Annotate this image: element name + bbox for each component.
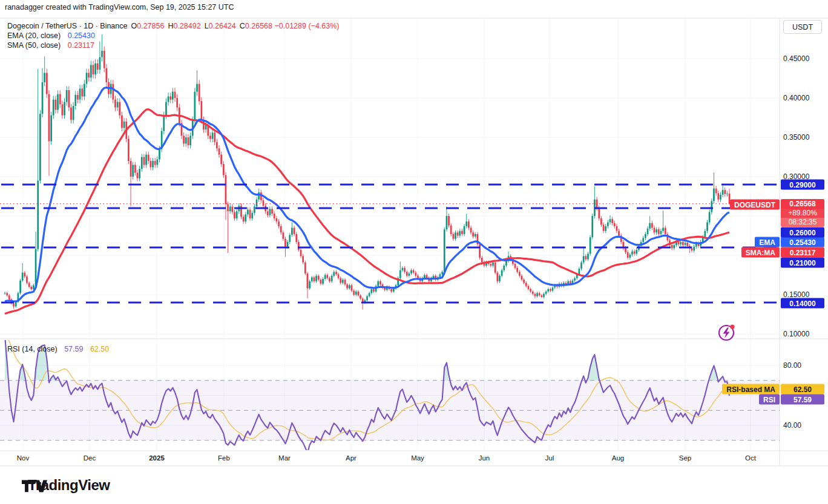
level-axis-badge: 0.14000: [781, 298, 824, 309]
rsi-ma-line-label: RSI-based MA: [722, 384, 780, 394]
rsi-overbought-fill: [5, 336, 723, 381]
chart-canvas[interactable]: [0, 0, 828, 472]
level-axis-badge: 0.21000: [781, 258, 824, 268]
ohlc-value: 0.26568: [245, 22, 272, 30]
rsi-axis-badge: 57.59: [781, 394, 824, 405]
sma-title: SMA (50, close): [7, 41, 61, 50]
price-axis-tick: 0.10000: [783, 330, 809, 338]
price-axis-tick: 0.35000: [783, 133, 809, 142]
current-price-change: +89.80%: [781, 209, 824, 218]
time-axis-label-sep[interactable]: Sep: [679, 454, 691, 462]
sma50-line: [5, 110, 729, 314]
symbol-legend-row[interactable]: Dogecoin / TetherUS · 1D · BinanceO0.278…: [7, 21, 340, 31]
rsi-axis-tick: 80.00: [783, 361, 801, 370]
current-price-axis-badge: 0.26568 +89.80% 08:32:35: [781, 199, 824, 227]
currency-axis-button[interactable]: USDT: [783, 20, 822, 34]
candles-layer: [4, 34, 731, 310]
sma-legend-row[interactable]: SMA (50, close) 0.23117: [7, 41, 340, 50]
time-axis-label-oct[interactable]: Oct: [745, 454, 756, 462]
ohlc-value: 0.26424: [209, 22, 236, 30]
ohlc-key: L: [205, 22, 209, 30]
time-axis-label-nov[interactable]: Nov: [17, 454, 29, 462]
ema20-line: [5, 88, 729, 302]
rsi-line-label: RSI: [759, 394, 780, 405]
time-axis-label-jul[interactable]: Jul: [545, 454, 554, 462]
time-axis-label-aug[interactable]: Aug: [612, 454, 624, 462]
rsi-value: 57.59: [64, 345, 83, 353]
tradingview-logo[interactable]: TradingView: [22, 477, 110, 494]
time-axis-label-apr[interactable]: Apr: [346, 454, 356, 462]
bar-countdown: 08:32:35: [781, 218, 824, 227]
time-axis-label-feb[interactable]: Feb: [218, 454, 230, 462]
ema-legend-row[interactable]: EMA (20, close) 0.25430: [7, 31, 340, 41]
rsi-axis-tick: 40.00: [783, 421, 801, 430]
price-axis-tick: 0.40000: [783, 94, 809, 102]
ohlc-key: C: [240, 22, 245, 30]
symbol-price-line-label: DOGEUSDT: [730, 200, 780, 210]
sma-line-label: SMA:MA: [741, 247, 780, 258]
rsi-ma-value: 62.50: [90, 345, 109, 353]
boost-icon[interactable]: [719, 324, 735, 340]
symbol-title: Dogecoin / TetherUS · 1D · Binance: [7, 22, 127, 30]
ohlc-value: 0.28492: [173, 22, 200, 30]
ema-value: 0.25430: [68, 31, 95, 40]
current-price-value: 0.26568: [781, 199, 824, 209]
ema-line-label: EMA: [755, 237, 780, 247]
time-axis-label-dec[interactable]: Dec: [84, 454, 96, 462]
time-axis-label-mar[interactable]: Mar: [278, 454, 291, 462]
rsi-legend-row[interactable]: RSI (14, close) 57.59 62.50: [7, 345, 109, 353]
sma-axis-badge: 0.23117: [781, 247, 824, 258]
main-legend: Dogecoin / TetherUS · 1D · BinanceO0.278…: [7, 21, 340, 50]
change-value: −0.01289 (−4.63%): [274, 22, 339, 30]
rsi-ma-axis-badge: 62.50: [781, 384, 824, 394]
ema-axis-badge: 0.25430: [781, 237, 824, 247]
sma-value: 0.23117: [68, 41, 94, 50]
level-axis-badge: 0.29000: [781, 180, 824, 190]
time-axis-label-jun[interactable]: Jun: [479, 454, 490, 462]
time-axis-label-2025[interactable]: 2025: [149, 454, 165, 462]
price-axis-tick: 0.45000: [783, 54, 809, 63]
ohlc-key: O: [131, 22, 137, 30]
ohlc-value: 0.27856: [137, 22, 164, 30]
support-resistance-lines[interactable]: [1, 185, 778, 303]
rsi-title: RSI (14, close): [7, 345, 58, 353]
tradingview-chart-page: ranadagger created with TradingView.com,…: [0, 0, 828, 504]
level-axis-badge: 0.26000: [781, 227, 824, 238]
time-axis-label-may[interactable]: May: [411, 454, 424, 462]
ema-title: EMA (20, close): [7, 31, 61, 40]
tradingview-logo-icon: [22, 477, 47, 495]
rsi-band: [0, 381, 780, 440]
